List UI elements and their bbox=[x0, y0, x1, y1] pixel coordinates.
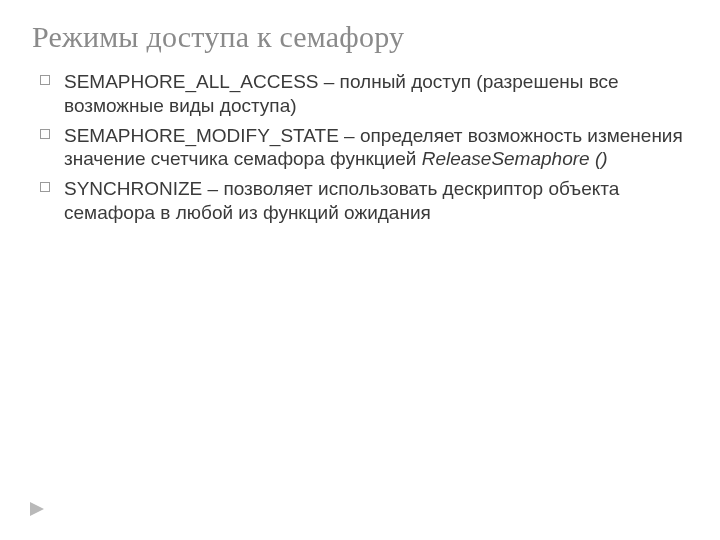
constant-name: SYNCHRONIZE bbox=[64, 178, 202, 199]
bullet-icon bbox=[40, 182, 50, 192]
slide: Режимы доступа к семафору SEMAPHORE_ALL_… bbox=[0, 0, 720, 225]
next-arrow-icon[interactable] bbox=[30, 502, 44, 516]
bullet-icon bbox=[40, 75, 50, 85]
constant-name: SEMAPHORE_ALL_ACCESS bbox=[64, 71, 319, 92]
list-item: SYNCHRONIZE – позволяет использовать дес… bbox=[40, 177, 688, 225]
constant-name: SEMAPHORE_MODIFY_STATE bbox=[64, 125, 339, 146]
bullet-icon bbox=[40, 129, 50, 139]
list-item: SEMAPHORE_ALL_ACCESS – полный доступ (ра… bbox=[40, 70, 688, 118]
list-item: SEMAPHORE_MODIFY_STATE – определяет возм… bbox=[40, 124, 688, 172]
function-name: ReleaseSemaphore () bbox=[422, 148, 608, 169]
slide-title: Режимы доступа к семафору bbox=[32, 20, 688, 54]
bullet-list: SEMAPHORE_ALL_ACCESS – полный доступ (ра… bbox=[32, 70, 688, 225]
